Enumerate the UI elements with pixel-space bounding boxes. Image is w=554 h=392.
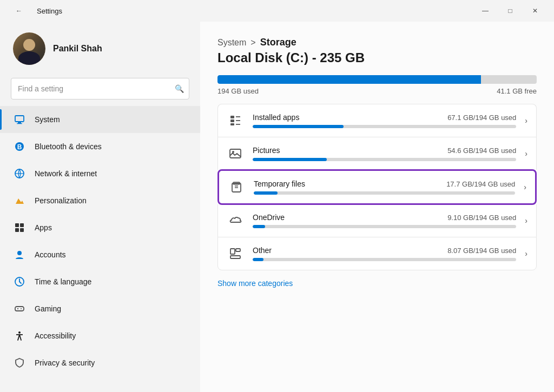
storage-item-bar <box>253 158 516 161</box>
chevron-right-icon: › <box>525 249 527 258</box>
sidebar: Pankil Shah 🔍 System <box>0 22 200 392</box>
sidebar-item-system[interactable]: System <box>0 106 200 133</box>
storage-item-name: Other <box>253 246 272 255</box>
search-input[interactable] <box>11 78 189 99</box>
storage-item-content: OneDrive 9.10 GB/194 GB used <box>253 213 516 228</box>
storage-item-size: 9.10 GB/194 GB used <box>447 214 516 222</box>
storage-item-pictures[interactable]: Pictures 54.6 GB/194 GB used › <box>217 137 537 170</box>
breadcrumb-separator: > <box>250 38 255 48</box>
storage-used-label: 194 GB used <box>217 87 259 95</box>
storage-item-onedrive[interactable]: OneDrive 9.10 GB/194 GB used › <box>217 204 537 237</box>
minimize-button[interactable]: — <box>473 2 498 19</box>
sidebar-item-accounts[interactable]: Accounts <box>0 241 200 268</box>
sidebar-item-personalization[interactable]: Personalization <box>0 187 200 214</box>
storage-bar <box>217 75 537 84</box>
sidebar-item-label-bluetooth: Bluetooth & devices <box>35 142 102 151</box>
chevron-right-icon: › <box>525 149 527 158</box>
storage-item-bar-fill <box>253 125 344 128</box>
svg-rect-7 <box>15 223 19 227</box>
close-button[interactable]: ✕ <box>523 2 548 19</box>
storage-item-size: 67.1 GB/194 GB used <box>447 114 516 122</box>
avatar <box>13 32 45 65</box>
svg-point-19 <box>18 331 21 334</box>
sidebar-item-time[interactable]: Time & language <box>0 268 200 295</box>
storage-item-header: Installed apps 67.1 GB/194 GB used <box>253 113 516 122</box>
other-icon <box>227 245 244 262</box>
svg-point-18 <box>21 308 22 309</box>
window-controls: — □ ✕ <box>473 2 548 19</box>
storage-item-name: Temporary files <box>254 180 305 188</box>
breadcrumb-parent: System <box>217 38 246 48</box>
storage-item-content: Installed apps 67.1 GB/194 GB used <box>253 113 516 128</box>
sidebar-item-label-accessibility: Accessibility <box>35 331 76 340</box>
storage-item-name: Pictures <box>253 146 280 155</box>
svg-rect-33 <box>230 249 235 254</box>
storage-item-header: Temporary files 17.7 GB/194 GB used <box>254 180 515 188</box>
storage-item-bar <box>254 191 515 195</box>
storage-bar-container: 194 GB used 41.1 GB free <box>217 75 537 95</box>
content-area: System > Storage Local Disk (C:) - 235 G… <box>200 22 554 392</box>
storage-item-installed-apps[interactable]: Installed apps 67.1 GB/194 GB used › <box>217 104 537 137</box>
installed-apps-icon <box>227 112 244 129</box>
svg-rect-21 <box>230 116 234 118</box>
pictures-icon <box>227 145 244 162</box>
svg-rect-8 <box>20 223 24 227</box>
storage-item-content: Other 8.07 GB/194 GB used <box>253 246 516 261</box>
storage-item-name: OneDrive <box>253 213 285 222</box>
network-icon <box>13 167 26 180</box>
svg-rect-9 <box>15 228 19 232</box>
chevron-right-icon: › <box>524 183 526 191</box>
storage-item-size: 17.7 GB/194 GB used <box>446 180 515 188</box>
sidebar-item-apps[interactable]: Apps <box>0 214 200 241</box>
accessibility-icon <box>13 329 26 342</box>
sidebar-item-label-apps: Apps <box>35 223 52 232</box>
onedrive-icon <box>227 212 244 229</box>
storage-item-bar <box>253 125 516 128</box>
storage-items-list: Installed apps 67.1 GB/194 GB used › <box>217 104 537 270</box>
svg-rect-10 <box>20 228 24 232</box>
storage-item-content: Temporary files 17.7 GB/194 GB used <box>254 180 515 195</box>
storage-item-header: OneDrive 9.10 GB/194 GB used <box>253 213 516 222</box>
sidebar-item-label-network: Network & internet <box>35 169 97 178</box>
sidebar-item-label-system: System <box>35 115 60 124</box>
storage-item-size: 8.07 GB/194 GB used <box>447 247 516 255</box>
show-more-link[interactable]: Show more categories <box>217 279 293 288</box>
chevron-right-icon: › <box>525 216 527 225</box>
sidebar-item-bluetooth[interactable]: B Bluetooth & devices <box>0 133 200 160</box>
storage-item-temporary-files[interactable]: Temporary files 17.7 GB/194 GB used › <box>217 169 537 205</box>
svg-rect-2 <box>17 123 22 124</box>
breadcrumb: System > Storage <box>217 37 537 48</box>
personalization-icon <box>13 194 26 207</box>
app-title: Settings <box>37 7 62 15</box>
sidebar-item-label-time: Time & language <box>35 277 91 286</box>
back-button[interactable]: ← <box>6 2 31 19</box>
temporary-files-icon <box>228 178 245 196</box>
svg-rect-23 <box>230 123 234 125</box>
user-profile[interactable]: Pankil Shah <box>0 22 200 76</box>
svg-rect-1 <box>18 122 21 123</box>
sidebar-item-accessibility[interactable]: Accessibility <box>0 322 200 349</box>
storage-item-bar <box>253 258 516 261</box>
page-title: Local Disk (C:) - 235 GB <box>217 50 537 65</box>
maximize-button[interactable]: □ <box>498 2 523 19</box>
svg-text:B: B <box>17 143 22 151</box>
storage-item-content: Pictures 54.6 GB/194 GB used <box>253 146 516 161</box>
svg-rect-0 <box>15 116 24 122</box>
svg-rect-34 <box>236 249 240 251</box>
apps-icon <box>13 221 26 234</box>
app-body: Pankil Shah 🔍 System <box>0 22 554 392</box>
storage-item-header: Pictures 54.6 GB/194 GB used <box>253 146 516 155</box>
user-name: Pankil Shah <box>53 44 102 54</box>
sidebar-item-privacy[interactable]: Privacy & security <box>0 349 200 376</box>
sidebar-item-network[interactable]: Network & internet <box>0 160 200 187</box>
storage-item-other[interactable]: Other 8.07 GB/194 GB used › <box>217 237 537 270</box>
svg-rect-15 <box>15 307 24 311</box>
svg-rect-22 <box>230 119 234 122</box>
storage-item-name: Installed apps <box>253 113 299 122</box>
sidebar-nav: System B Bluetooth & devices <box>0 106 200 376</box>
privacy-icon <box>13 356 26 369</box>
storage-item-bar-fill <box>253 158 327 161</box>
title-bar-left: ← Settings <box>6 2 62 19</box>
svg-point-11 <box>17 251 22 255</box>
sidebar-item-gaming[interactable]: Gaming <box>0 295 200 322</box>
